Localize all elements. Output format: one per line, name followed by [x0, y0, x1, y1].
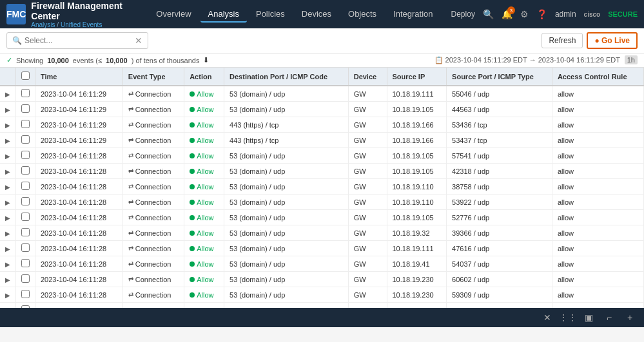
- row-expand-13[interactable]: ▶: [0, 287, 16, 303]
- col-source-port: Source Port / ICMP Type: [447, 68, 552, 86]
- row-expand-7[interactable]: ▶: [0, 195, 16, 210]
- table-row: ▶ 2023-10-04 16:11:28 ⇄ Connection Allow…: [0, 195, 644, 210]
- row-expand-9[interactable]: ▶: [0, 225, 16, 241]
- row-checkbox-2[interactable]: [16, 117, 35, 133]
- row-expand-14[interactable]: ▶: [0, 303, 16, 309]
- app-title: Firewall Management Center: [31, 1, 138, 21]
- row-time-10: 2023-10-04 16:11:28: [35, 241, 123, 256]
- row-acl-rule-14: allow: [552, 303, 643, 309]
- search-box[interactable]: 🔍 ✕: [6, 32, 148, 49]
- nav-devices[interactable]: Devices: [294, 6, 339, 23]
- row-expand-11[interactable]: ▶: [0, 256, 16, 272]
- row-expand-4[interactable]: ▶: [0, 148, 16, 164]
- row-device-5: GW: [348, 164, 387, 179]
- deploy-button[interactable]: Deploy: [451, 10, 475, 19]
- row-dest-port-11: 53 (domain) / udp: [224, 256, 349, 272]
- row-checkbox-9[interactable]: [16, 225, 35, 241]
- col-time: Time: [35, 68, 123, 86]
- row-acl-rule-3: allow: [552, 133, 643, 148]
- row-event-type-11: ⇄ Connection: [122, 256, 184, 272]
- row-expand-8[interactable]: ▶: [0, 210, 16, 225]
- row-action-10: Allow: [184, 241, 224, 256]
- nav-objects[interactable]: Objects: [340, 6, 384, 23]
- row-expand-1[interactable]: ▶: [0, 102, 16, 117]
- row-time-14: 2023-10-04 16:11:28: [35, 303, 123, 309]
- row-expand-3[interactable]: ▶: [0, 133, 16, 148]
- row-checkbox-7[interactable]: [16, 195, 35, 210]
- nav-analysis[interactable]: Analysis: [200, 6, 247, 23]
- nav-overview[interactable]: Overview: [148, 6, 199, 23]
- row-acl-rule-7: allow: [552, 195, 643, 210]
- table-row: ▶ 2023-10-04 16:11:29 ⇄ Connection Allow…: [0, 86, 644, 102]
- row-checkbox-5[interactable]: [16, 164, 35, 179]
- row-action-7: Allow: [184, 195, 224, 210]
- select-all-checkbox[interactable]: [21, 71, 30, 80]
- row-source-port-0: 55046 / udp: [447, 86, 552, 102]
- row-source-ip-2: 10.18.19.166: [387, 117, 447, 133]
- row-expand-2[interactable]: ▶: [0, 117, 16, 133]
- breadcrumb-analysis[interactable]: Analysis: [31, 21, 55, 28]
- row-time-12: 2023-10-04 16:11:28: [35, 272, 123, 287]
- row-checkbox-8[interactable]: [16, 210, 35, 225]
- table-row: ▶ 2023-10-04 16:11:28 ⇄ Connection Allow…: [0, 179, 644, 195]
- row-checkbox-4[interactable]: [16, 148, 35, 164]
- row-source-ip-12: 10.18.19.230: [387, 272, 447, 287]
- row-event-type-12: ⇄ Connection: [122, 272, 184, 287]
- search-icon[interactable]: 🔍: [483, 9, 494, 19]
- row-checkbox-10[interactable]: [16, 241, 35, 256]
- table-row: ▶ 2023-10-04 16:11:28 ⇄ Connection Allow…: [0, 164, 644, 179]
- row-expand-5[interactable]: ▶: [0, 164, 16, 179]
- table-row: ▶ 2023-10-04 16:11:28 ⇄ Connection Allow…: [0, 287, 644, 303]
- search-clear-button[interactable]: ✕: [135, 35, 142, 46]
- toolbar-actions: Refresh ● Go Live: [542, 32, 638, 49]
- search-area: 🔍 ✕: [6, 32, 542, 49]
- row-checkbox-3[interactable]: [16, 133, 35, 148]
- row-expand-6[interactable]: ▶: [0, 179, 16, 195]
- row-action-5: Allow: [184, 164, 224, 179]
- row-time-2: 2023-10-04 16:11:29: [35, 117, 123, 133]
- row-checkbox-13[interactable]: [16, 287, 35, 303]
- row-checkbox-11[interactable]: [16, 256, 35, 272]
- download-button[interactable]: ⬇: [203, 56, 209, 64]
- golive-button[interactable]: ● Go Live: [587, 32, 638, 49]
- admin-menu[interactable]: admin: [555, 10, 576, 19]
- nav-policies[interactable]: Policies: [248, 6, 293, 23]
- bottom-grid-icon[interactable]: ⋮⋮: [560, 310, 576, 325]
- nav-integration[interactable]: Integration: [385, 6, 440, 23]
- row-checkbox-14[interactable]: [16, 303, 35, 309]
- row-event-type-1: ⇄ Connection: [122, 102, 184, 117]
- row-source-port-12: 60602 / udp: [447, 272, 552, 287]
- row-checkbox-1[interactable]: [16, 102, 35, 117]
- bottom-add-icon[interactable]: +: [622, 310, 638, 325]
- bottom-close-icon[interactable]: ✕: [540, 310, 555, 325]
- row-device-10: GW: [348, 241, 387, 256]
- showing-label: Showing: [16, 57, 43, 64]
- search-input[interactable]: [24, 36, 132, 45]
- row-checkbox-6[interactable]: [16, 179, 35, 195]
- main-nav: Overview Analysis Policies Devices Objec…: [148, 6, 440, 23]
- row-source-port-11: 54037 / udp: [447, 256, 552, 272]
- breadcrumb-unified-events[interactable]: Unified Events: [61, 21, 102, 28]
- table-row: ▶ 2023-10-04 16:11:29 ⇄ Connection Allow…: [0, 117, 644, 133]
- row-device-2: GW: [348, 117, 387, 133]
- notification-icon[interactable]: 🔔3: [502, 9, 512, 19]
- col-action: Action: [184, 68, 224, 86]
- row-checkbox-12[interactable]: [16, 272, 35, 287]
- row-source-port-10: 47616 / udp: [447, 241, 552, 256]
- col-checkbox[interactable]: [16, 68, 35, 86]
- refresh-button[interactable]: Refresh: [542, 33, 583, 48]
- bottom-detach-icon[interactable]: ⌐: [601, 310, 617, 325]
- row-expand-10[interactable]: ▶: [0, 241, 16, 256]
- row-acl-rule-12: allow: [552, 272, 643, 287]
- bottom-window-icon[interactable]: ▣: [581, 310, 596, 325]
- row-expand-0[interactable]: ▶: [0, 86, 16, 102]
- row-dest-port-8: 53 (domain) / udp: [224, 210, 349, 225]
- row-checkbox-0[interactable]: [16, 86, 35, 102]
- row-expand-12[interactable]: ▶: [0, 272, 16, 287]
- col-dest-port: Destination Port / ICMP Code: [224, 68, 349, 86]
- row-source-ip-3: 10.18.19.166: [387, 133, 447, 148]
- col-device: Device: [348, 68, 387, 86]
- help-icon[interactable]: ❓: [536, 9, 547, 19]
- settings-icon[interactable]: ⚙: [520, 9, 529, 19]
- events-suffix: ) of tens of thousands: [132, 57, 200, 64]
